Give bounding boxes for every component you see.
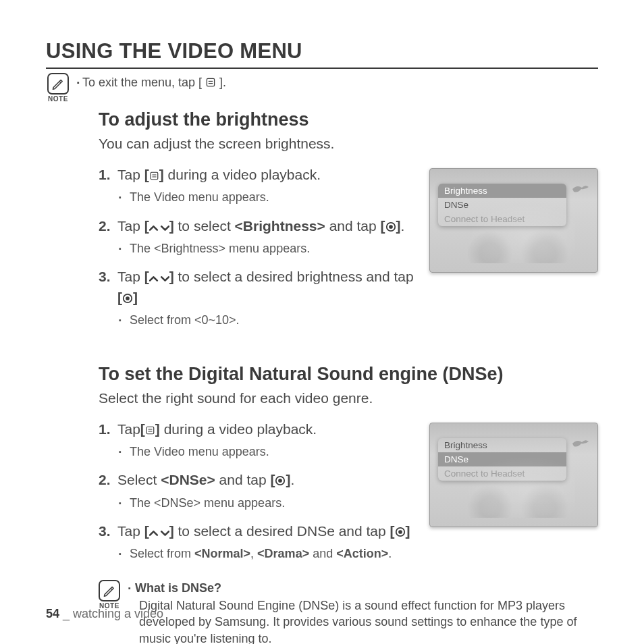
top-note-text: ▪To exit the menu, tap [ ]. <box>77 73 226 91</box>
chapter-name: watching a video <box>73 607 163 620</box>
video-menu-popup: Brightness DNSe Connect to Headset <box>438 438 566 481</box>
dnse-intro: Select the right sound for each video ge… <box>99 390 598 406</box>
top-note: NOTE ▪To exit the menu, tap [ ]. <box>46 73 598 103</box>
brightness-step-1: Tap [] during a video playback. The Vide… <box>99 165 414 206</box>
dnse-step-3: Tap [] to select a desired DNSe and tap … <box>99 522 414 562</box>
dnse-heading: To set the Digital Natural Sound engine … <box>99 364 598 385</box>
dnse-note-body: Digital Natural Sound Engine (DNSe) is a… <box>128 597 598 644</box>
note-icon <box>47 73 69 95</box>
note-label: NOTE <box>48 95 68 103</box>
page-number: 54 <box>46 607 59 620</box>
brightness-intro: You can adjust the screen brightness. <box>99 136 598 152</box>
bullet-text: Select from <Normal>, <Drama> and <Actio… <box>117 546 414 562</box>
svg-line-7 <box>111 588 112 589</box>
bird-icon <box>572 184 589 194</box>
brightness-step-3: Tap [] to select a desired brightness an… <box>99 267 414 328</box>
screenshot-dnse: Brightness DNSe Connect to Headset <box>429 423 598 527</box>
select-glyph-icon <box>385 218 396 237</box>
menu-item-connect-headset[interactable]: Connect to Headset <box>438 212 566 226</box>
dnse-note-question: What is DNSe? <box>128 580 598 596</box>
menu-item-brightness[interactable]: Brightness <box>438 438 566 452</box>
svg-line-6 <box>59 82 61 83</box>
updown-glyph-icon <box>149 269 169 288</box>
menu-glyph-icon <box>145 421 155 440</box>
bullet-text: The <Brightness> menu appears. <box>117 241 414 257</box>
menu-item-brightness[interactable]: Brightness <box>438 184 566 198</box>
updown-glyph-icon <box>149 523 169 542</box>
page-footer: 54 _ watching a video <box>46 607 163 621</box>
updown-glyph-icon <box>149 218 169 237</box>
menu-item-connect-headset[interactable]: Connect to Headset <box>438 466 566 481</box>
menu-item-dnse[interactable]: DNSe <box>438 198 566 212</box>
bullet-text: The Video menu appears. <box>117 444 414 460</box>
menu-item-dnse[interactable]: DNSe <box>438 452 566 466</box>
brightness-step-2: Tap [] to select <Brightness> and tap []… <box>99 217 414 257</box>
bird-icon <box>572 438 589 449</box>
brightness-heading: To adjust the brightness <box>99 109 598 130</box>
dnse-step-1: Tap[] during a video playback. The Video… <box>99 420 414 460</box>
screenshot-brightness: Brightness DNSe Connect to Headset <box>429 168 598 273</box>
bullet-text: Select from <0~10>. <box>117 313 414 328</box>
note-icon <box>99 580 120 601</box>
dnse-step-2: Select <DNSe> and tap []. The <DNSe> men… <box>99 471 414 511</box>
page-title: USING THE VIDEO MENU <box>46 39 598 69</box>
dnse-note: NOTE What is DNSe? Digital Natural Sound… <box>99 580 598 644</box>
select-glyph-icon <box>395 523 406 542</box>
brightness-section: To adjust the brightness You can adjust … <box>99 109 598 340</box>
bullet-text: The Video menu appears. <box>117 190 414 205</box>
select-glyph-icon <box>275 472 286 491</box>
select-glyph-icon <box>122 290 133 308</box>
bullet-text: The <DNSe> menu appears. <box>117 495 414 511</box>
menu-glyph-icon <box>149 167 159 186</box>
dnse-section: To set the Digital Natural Sound engine … <box>99 364 598 573</box>
menu-glyph-icon <box>205 77 216 91</box>
video-menu-popup: Brightness DNSe Connect to Headset <box>438 184 566 226</box>
